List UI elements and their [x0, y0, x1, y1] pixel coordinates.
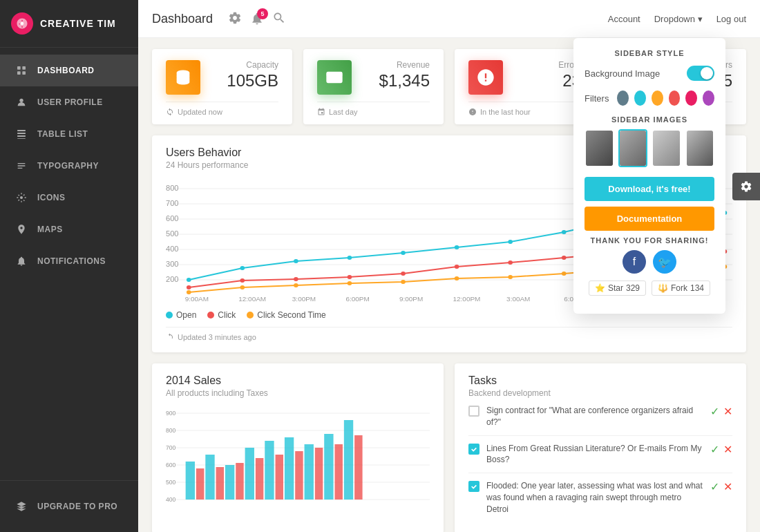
svg-text:900: 900: [166, 410, 175, 417]
svg-text:700: 700: [166, 200, 179, 207]
svg-rect-8: [17, 135, 26, 137]
sidebar-img-3[interactable]: [652, 129, 681, 167]
panel-title: SIDEBAR STYLE: [585, 49, 714, 57]
sidebar-item-label: NOTIFICATIONS: [37, 256, 106, 266]
svg-rect-82: [186, 462, 195, 500]
svg-point-30: [240, 266, 245, 270]
sidebar-item-label: MAPS: [37, 225, 63, 234]
brand-header[interactable]: CREATIVE TIM: [0, 0, 138, 48]
svg-rect-12: [326, 72, 342, 83]
logout-button[interactable]: Log out: [716, 14, 746, 24]
task-checkbox-0[interactable]: [468, 406, 479, 417]
svg-point-51: [187, 290, 191, 294]
svg-text:6:00PM: 6:00PM: [345, 295, 369, 302]
behavior-footer: Updated 3 minutes ago: [166, 327, 732, 341]
fork-icon: 🔱: [658, 283, 668, 293]
sidebar-item-typography[interactable]: TYPOGRAPHY: [0, 150, 138, 182]
bottom-row: 2014 Sales All products including Taxes …: [152, 363, 746, 532]
task-checkbox-1[interactable]: [468, 444, 479, 455]
svg-rect-3: [17, 71, 21, 75]
svg-point-57: [508, 275, 513, 279]
bg-image-toggle[interactable]: [687, 66, 714, 81]
task-checkbox-2[interactable]: [468, 481, 479, 492]
svg-text:500: 500: [166, 479, 175, 486]
task-delete-0[interactable]: ✕: [723, 405, 732, 418]
svg-text:3:00AM: 3:00AM: [506, 295, 530, 302]
svg-text:600: 600: [166, 462, 175, 468]
upgrade-button[interactable]: UPGRADE TO PRO: [0, 491, 138, 522]
twitter-button[interactable]: 🐦: [653, 250, 676, 274]
filter-dot-3[interactable]: [669, 91, 681, 106]
tasks-title: Tasks: [468, 374, 732, 387]
sidebar-item-notifications[interactable]: NOTIFICATIONS: [0, 245, 138, 277]
task-item-2: Flooded: One year later, assessing what …: [468, 473, 732, 522]
dropdown-button[interactable]: Dropdown ▾: [654, 14, 703, 24]
sales-card: 2014 Sales All products including Taxes …: [152, 363, 444, 532]
sidebar-item-maps[interactable]: MAPS: [0, 213, 138, 245]
filter-dot-5[interactable]: [703, 91, 714, 106]
filter-dot-2[interactable]: [652, 91, 663, 106]
errors-footer: In the last hour: [468, 102, 581, 116]
svg-text:400: 400: [166, 245, 179, 253]
svg-rect-9: [17, 138, 26, 139]
fork-count: 134: [690, 283, 704, 293]
brand-name: CREATIVE TIM: [40, 18, 116, 29]
account-link[interactable]: Account: [608, 14, 640, 24]
svg-rect-99: [354, 435, 362, 500]
sidebar-item-table-list[interactable]: TABLE LIST: [0, 118, 138, 150]
task-actions-0: ✓ ✕: [710, 405, 732, 418]
svg-point-42: [294, 277, 298, 281]
revenue-value: $1,345: [379, 71, 430, 91]
task-actions-1: ✓ ✕: [710, 443, 732, 456]
page-title: Dashboard: [152, 12, 213, 26]
star-badge[interactable]: ⭐ Star 329: [589, 281, 646, 296]
fork-badge[interactable]: 🔱 Fork 134: [652, 281, 710, 296]
sidebar-item-dashboard[interactable]: DASHBOARD: [0, 55, 138, 86]
task-edit-0[interactable]: ✓: [710, 405, 719, 418]
sidebar-item-label: TYPOGRAPHY: [37, 161, 99, 171]
task-delete-2[interactable]: ✕: [723, 480, 732, 493]
sidebar-img-4[interactable]: [685, 129, 715, 167]
github-row: ⭐ Star 329 🔱 Fork 134: [585, 281, 714, 296]
notifications-button[interactable]: 5: [250, 12, 264, 26]
filter-dot-1[interactable]: [634, 91, 646, 106]
stat-card-capacity: Capacity 105GB Updated now: [152, 49, 292, 124]
download-button[interactable]: Download, it's free!: [585, 177, 714, 201]
stat-card-revenue: Revenue $1,345 Last day: [303, 49, 444, 124]
bg-image-label: Background Image: [585, 68, 660, 79]
gear-settings-button[interactable]: [732, 173, 760, 200]
svg-point-41: [240, 278, 245, 283]
search-icon[interactable]: [272, 11, 286, 27]
filter-dot-0[interactable]: [617, 91, 629, 106]
sidebar-item-icons[interactable]: ICONS: [0, 182, 138, 213]
typography-icon: [14, 158, 29, 173]
svg-text:3:00PM: 3:00PM: [292, 295, 316, 302]
svg-rect-83: [205, 455, 214, 500]
settings-icon[interactable]: [228, 11, 242, 27]
task-edit-1[interactable]: ✓: [710, 443, 719, 456]
task-item-1: Lines From Great Russian Literature? Or …: [468, 436, 732, 474]
svg-point-14: [473, 113, 473, 114]
task-item-0: Sign contract for "What are conference o…: [468, 398, 732, 436]
facebook-button[interactable]: f: [623, 250, 646, 274]
sidebar-img-2[interactable]: [618, 129, 648, 167]
social-icons: f 🐦: [585, 250, 714, 274]
sidebar-item-label: DASHBOARD: [37, 66, 95, 75]
task-text-1: Lines From Great Russian Literature? Or …: [486, 443, 703, 466]
filter-dot-4[interactable]: [685, 91, 697, 106]
task-actions-2: ✓ ✕: [710, 480, 732, 493]
sidebar-item-user-profile[interactable]: USER PROFILE: [0, 86, 138, 118]
sidebar-item-label: ICONS: [37, 193, 66, 202]
upgrade-label: UPGRADE TO PRO: [37, 502, 117, 511]
sidebar-img-1[interactable]: [585, 129, 614, 167]
toggle-knob: [701, 67, 713, 79]
task-delete-1[interactable]: ✕: [723, 443, 732, 456]
svg-rect-2: [22, 66, 26, 70]
documentation-button[interactable]: Documentation: [585, 207, 714, 231]
svg-rect-91: [196, 468, 204, 500]
svg-text:800: 800: [166, 184, 179, 192]
svg-text:12:00AM: 12:00AM: [238, 295, 266, 302]
task-text-0: Sign contract for "What are conference o…: [486, 405, 703, 428]
svg-point-32: [348, 256, 352, 260]
task-edit-2[interactable]: ✓: [710, 480, 719, 493]
